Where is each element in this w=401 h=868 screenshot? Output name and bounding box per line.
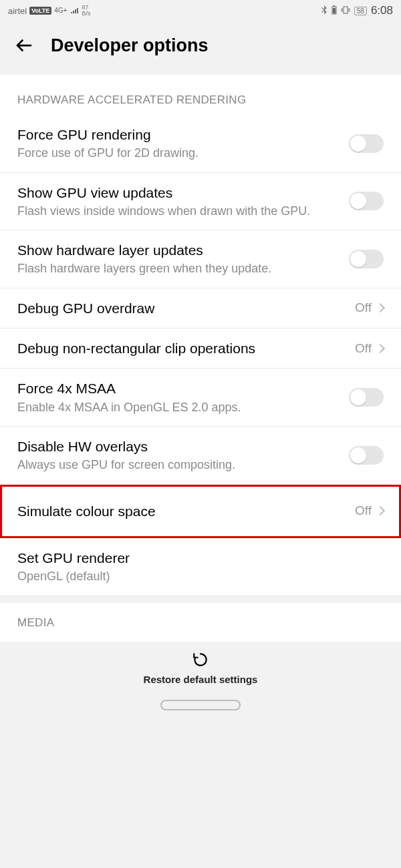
setting-title: Simulate colour space	[17, 502, 346, 520]
carrier-label: airtel	[8, 6, 27, 16]
chevron-right-icon	[376, 303, 385, 312]
setting-title: Disable HW overlays	[17, 437, 340, 455]
status-right: 58 6:08	[321, 4, 393, 17]
setting-title: Set GPU renderer	[17, 549, 384, 567]
section-media: MEDIA	[0, 603, 401, 642]
setting-title: Debug non-rectangular clip operations	[17, 339, 346, 357]
status-bar: airtel VoLTE 4G+ 87 B/s 58 6:08	[0, 0, 401, 21]
setting-sub: OpenGL (default)	[17, 568, 384, 584]
setting-title: Force GPU rendering	[17, 126, 340, 144]
restore-label: Restore default settings	[144, 674, 258, 685]
setting-title: Show GPU view updates	[17, 184, 340, 202]
setting-sub: Flash hardware layers green when they up…	[17, 260, 340, 276]
status-left: airtel VoLTE 4G+ 87 B/s	[8, 5, 91, 17]
svg-rect-1	[333, 5, 335, 7]
battery-icon	[331, 5, 337, 17]
restore-default-button[interactable]: Restore default settings	[144, 651, 258, 685]
row-force-4x-msaa[interactable]: Force 4x MSAA Enable 4x MSAA in OpenGL E…	[0, 369, 401, 427]
toggle-force-gpu[interactable]	[349, 134, 384, 153]
setting-sub: Flash views inside windows when drawn wi…	[17, 203, 340, 219]
row-set-gpu-renderer[interactable]: Set GPU renderer OpenGL (default)	[0, 538, 401, 596]
volte-badge: VoLTE	[29, 7, 51, 15]
bluetooth-icon	[321, 5, 327, 17]
toggle-show-gpu-view[interactable]	[349, 192, 384, 210]
back-button[interactable]	[13, 35, 35, 56]
setting-sub: Always use GPU for screen compositing.	[17, 457, 340, 473]
arrow-left-icon	[14, 35, 34, 55]
section-hardware: HARDWARE ACCELERATED RENDERING	[0, 75, 401, 115]
signal-icon	[70, 6, 80, 16]
row-force-gpu-rendering[interactable]: Force GPU rendering Force use of GPU for…	[0, 115, 401, 173]
toggle-show-hw-layer[interactable]	[349, 250, 384, 268]
row-debug-nonrect-clip[interactable]: Debug non-rectangular clip operations Of…	[0, 329, 401, 369]
setting-value: Off	[355, 503, 372, 518]
clock: 6:08	[371, 4, 393, 17]
row-debug-gpu-overdraw[interactable]: Debug GPU overdraw Off	[0, 288, 401, 329]
page-title: Developer options	[51, 35, 209, 56]
setting-title: Force 4x MSAA	[17, 379, 340, 397]
toggle-disable-hw[interactable]	[349, 446, 384, 465]
svg-rect-3	[344, 7, 348, 13]
row-disable-hw-overlays[interactable]: Disable HW overlays Always use GPU for s…	[0, 427, 401, 485]
setting-sub: Force use of GPU for 2D drawing.	[17, 145, 340, 161]
chevron-right-icon	[376, 344, 385, 353]
vibrate-icon	[341, 6, 350, 16]
chevron-right-icon	[376, 506, 385, 515]
row-simulate-colour-space[interactable]: Simulate colour space Off	[0, 485, 401, 538]
setting-sub: Enable 4x MSAA in OpenGL ES 2.0 apps.	[17, 399, 340, 415]
row-show-hw-layer-updates[interactable]: Show hardware layer updates Flash hardwa…	[0, 230, 401, 288]
app-header: Developer options	[0, 21, 401, 75]
battery-percentage: 58	[354, 7, 367, 15]
setting-title: Show hardware layer updates	[17, 241, 340, 259]
setting-value: Off	[355, 300, 372, 315]
restore-icon	[192, 651, 209, 671]
setting-title: Debug GPU overdraw	[17, 299, 346, 317]
toggle-force-msaa[interactable]	[349, 388, 384, 407]
content: HARDWARE ACCELERATED RENDERING Force GPU…	[0, 75, 401, 642]
network-label: 4G+	[54, 7, 67, 14]
home-indicator[interactable]	[160, 700, 241, 710]
footer: Restore default settings	[0, 642, 401, 714]
row-show-gpu-view-updates[interactable]: Show GPU view updates Flash views inside…	[0, 173, 401, 231]
setting-value: Off	[355, 341, 372, 356]
data-rate: 87 B/s	[82, 5, 91, 17]
section-gap	[0, 595, 401, 603]
svg-rect-2	[333, 8, 336, 13]
